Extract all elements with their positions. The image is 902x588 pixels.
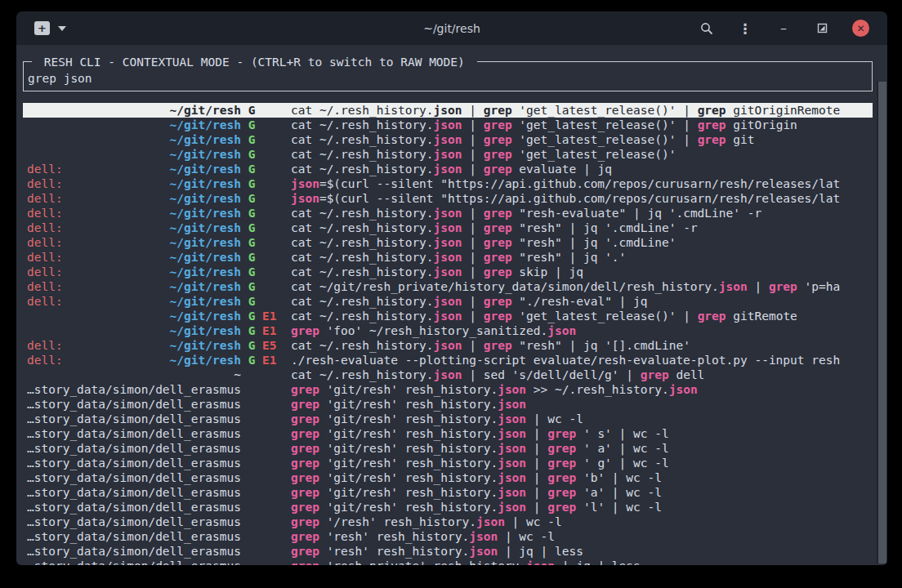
history-row[interactable]: …story_data/simon/dell_erasmusgrep 'resh… xyxy=(23,529,873,544)
match-segment: grep xyxy=(291,412,319,425)
history-row[interactable]: dell:~/git/resh Gjson=$(curl --silent "h… xyxy=(23,176,873,191)
history-row[interactable]: …story_data/simon/dell_erasmusgrep 'git/… xyxy=(23,382,873,397)
search-query-input[interactable]: grep json xyxy=(28,71,92,86)
scrollbar-thumb[interactable] xyxy=(878,82,886,564)
match-segment: grep xyxy=(291,457,319,470)
minimize-button[interactable]: – xyxy=(775,20,792,37)
search-button[interactable] xyxy=(699,20,715,37)
host-label: dell: xyxy=(27,279,63,294)
cwd-label: ~/git/resh xyxy=(170,250,241,265)
match-segment: json xyxy=(498,471,526,484)
command-segment: 'git/resh' resh_history. xyxy=(319,398,498,411)
command-text: cat ~/.resh_history.json | grep 'get_lat… xyxy=(291,147,873,162)
command-segment: cat ~/.resh_history. xyxy=(291,236,434,249)
resh-mode-title: RESH CLI - CONTEXTUAL MODE - (CTRL+R to … xyxy=(32,55,477,69)
match-segment: json xyxy=(291,177,319,190)
history-row[interactable]: ~/git/resh Gcat ~/.resh_history.json | g… xyxy=(23,118,873,132)
command-segment: 'git/resh' resh_history. xyxy=(319,486,498,499)
scrollbar-track[interactable] xyxy=(877,82,886,564)
history-row[interactable]: …story_data/simon/dell_erasmusgrep 'git/… xyxy=(23,426,873,441)
cwd-label: ~/git/resh xyxy=(170,323,241,338)
cwd-label: ~/git/resh xyxy=(170,206,241,220)
host-path-cell: …story_data/simon/dell_erasmus xyxy=(27,412,241,426)
history-row[interactable]: …story_data/simon/dell_erasmusgrep '/res… xyxy=(23,514,873,529)
command-segment: ' a' | wc -l xyxy=(576,442,669,455)
match-segment: grep xyxy=(484,236,512,249)
command-segment: gitOrigin xyxy=(726,118,797,131)
command-segment: | xyxy=(462,148,484,161)
history-row[interactable]: ~/git/resh Gcat ~/.resh_history.json | g… xyxy=(23,147,873,162)
history-row[interactable]: …story_data/simon/dell_erasmusgrep 'resh… xyxy=(23,559,873,565)
match-segment: grep xyxy=(698,310,726,323)
history-row[interactable]: dell:~/git/resh G E1./resh-evaluate --pl… xyxy=(23,353,873,368)
history-row[interactable]: dell:~/git/resh Gcat ~/.resh_history.jso… xyxy=(23,265,873,279)
flags-cell: G xyxy=(241,250,291,265)
history-row[interactable]: ~/git/resh G E1grep 'foo' ~/resh_history… xyxy=(23,323,873,338)
match-segment: grep xyxy=(641,368,669,381)
match-segment: json xyxy=(434,236,462,249)
history-row[interactable]: dell:~/git/resh Gcat ~/.resh_history.jso… xyxy=(23,220,873,235)
command-segment: | jq | less xyxy=(498,545,583,558)
history-row[interactable]: dell:~/git/resh G E5cat ~/.resh_history.… xyxy=(23,338,873,353)
command-segment: skip | jq xyxy=(512,265,583,278)
terminal-body[interactable]: RESH CLI - CONTEXTUAL MODE - (CTRL+R to … xyxy=(16,45,887,565)
history-row[interactable]: …story_data/simon/dell_erasmusgrep 'resh… xyxy=(23,544,873,559)
match-segment: grep xyxy=(484,148,512,161)
cwd-label: ~/git/resh xyxy=(170,176,241,191)
flag-g: G xyxy=(248,354,256,367)
terminal-window: + ~/git/resh ⋮ – xyxy=(16,11,887,565)
match-segment: json xyxy=(434,118,462,131)
command-text: cat ~/.resh_history.json | grep skip | j… xyxy=(291,265,873,279)
command-text: cat ~/.resh_history.json | grep evaluate… xyxy=(291,162,873,176)
history-row[interactable]: …story_data/simon/dell_erasmusgrep 'git/… xyxy=(23,441,873,456)
cwd-label: …story_data/simon/dell_erasmus xyxy=(27,412,241,426)
match-segment: json xyxy=(434,133,462,146)
history-row[interactable]: …story_data/simon/dell_erasmusgrep 'git/… xyxy=(23,397,873,412)
match-segment: json xyxy=(434,339,462,352)
host-path-cell: ~/git/resh xyxy=(27,103,241,118)
history-row[interactable]: ~cat ~/.resh_history.json | sed 's/dell/… xyxy=(23,368,873,382)
host-path-cell: …story_data/simon/dell_erasmus xyxy=(27,426,241,441)
flags-cell: G xyxy=(241,206,291,220)
history-row[interactable]: …story_data/simon/dell_erasmusgrep 'git/… xyxy=(23,412,873,426)
history-row[interactable]: ~/git/resh Gcat ~/.resh_history.json | g… xyxy=(23,132,873,147)
history-row[interactable]: dell:~/git/resh Gcat ~/.resh_history.jso… xyxy=(23,294,873,309)
command-segment: 'git/resh' resh_history. xyxy=(319,501,498,514)
host-label: dell: xyxy=(27,162,63,176)
flag-g: G xyxy=(248,133,256,146)
command-text: grep 'git/resh' resh_history.json | grep… xyxy=(291,485,873,500)
command-segment: 'git/resh' resh_history. xyxy=(319,412,498,425)
command-text: grep 'resh' resh_history.json | jq | les… xyxy=(291,544,873,559)
match-segment: grep xyxy=(484,221,512,234)
command-segment: git xyxy=(726,133,755,146)
host-path-cell: ~/git/resh xyxy=(27,147,241,162)
history-row[interactable]: dell:~/git/resh Gcat ~/.resh_history.jso… xyxy=(23,250,873,265)
host-path-cell: …story_data/simon/dell_erasmus xyxy=(27,544,241,559)
flags-cell xyxy=(241,456,291,470)
history-row[interactable]: …story_data/simon/dell_erasmusgrep 'git/… xyxy=(23,500,873,514)
cwd-label: …story_data/simon/dell_erasmus xyxy=(27,441,241,456)
menu-button[interactable]: ⋮ xyxy=(737,20,753,37)
command-text: grep 'git/resh' resh_history.json | grep… xyxy=(291,470,873,485)
history-row[interactable]: ~/git/resh Gcat ~/.resh_history.json | g… xyxy=(23,103,873,118)
cwd-label: ~/git/resh xyxy=(170,103,241,118)
command-segment: "resh" | jq '[].cmdLine' xyxy=(512,339,690,352)
history-row[interactable]: dell:~/git/resh Gcat ~/.resh_history.jso… xyxy=(23,206,873,220)
flags-cell: G E1 xyxy=(241,353,291,368)
match-segment: grep xyxy=(484,251,512,264)
history-row[interactable]: dell:~/git/resh Gjson=$(curl --silent "h… xyxy=(23,191,873,206)
match-segment: json xyxy=(498,427,526,440)
close-button[interactable]: ✕ xyxy=(852,20,869,37)
resh-header-box: RESH CLI - CONTEXTUAL MODE - (CTRL+R to … xyxy=(23,61,873,91)
cwd-label: ~/git/resh xyxy=(170,309,241,323)
cwd-label: ~/git/resh xyxy=(170,338,241,353)
history-row[interactable]: dell:~/git/resh Gcat ~/.resh_history.jso… xyxy=(23,235,873,250)
history-row[interactable]: dell:~/git/resh Gcat ~/.resh_history.jso… xyxy=(23,162,873,176)
history-row[interactable]: dell:~/git/resh Gcat ~/git/resh_private/… xyxy=(23,279,873,294)
match-segment: grep xyxy=(547,486,576,499)
history-row[interactable]: ~/git/resh G E1cat ~/.resh_history.json … xyxy=(23,309,873,323)
history-row[interactable]: …story_data/simon/dell_erasmusgrep 'git/… xyxy=(23,470,873,485)
history-row[interactable]: …story_data/simon/dell_erasmusgrep 'git/… xyxy=(23,456,873,470)
restore-button[interactable] xyxy=(814,20,830,37)
history-row[interactable]: …story_data/simon/dell_erasmusgrep 'git/… xyxy=(23,485,873,500)
